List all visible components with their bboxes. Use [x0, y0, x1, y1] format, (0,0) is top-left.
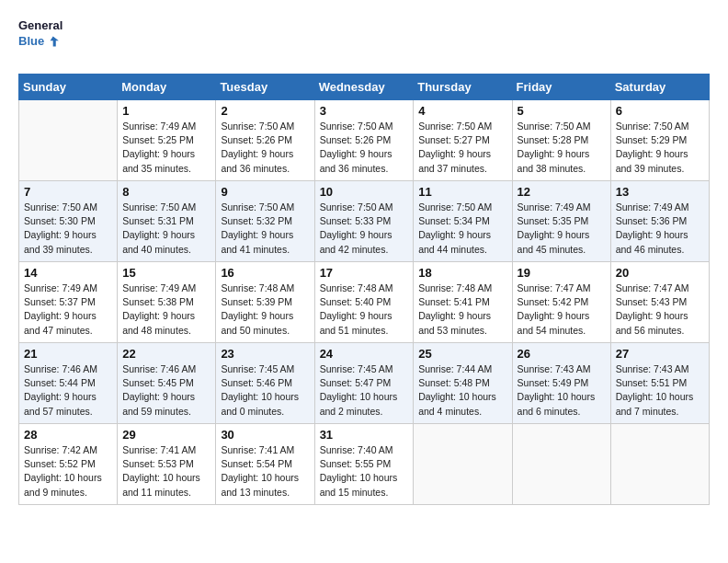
logo-text-blue: Blue — [18, 33, 59, 50]
day-info: Sunrise: 7:48 AM Sunset: 5:40 PM Dayligh… — [320, 282, 409, 338]
day-info: Sunrise: 7:43 AM Sunset: 5:49 PM Dayligh… — [518, 362, 606, 419]
calendar-cell — [414, 424, 512, 505]
calendar-cell: 29Sunrise: 7:41 AM Sunset: 5:53 PM Dayli… — [118, 424, 216, 505]
calendar-cell: 27Sunrise: 7:43 AM Sunset: 5:51 PM Dayli… — [610, 343, 709, 424]
calendar-cell: 31Sunrise: 7:40 AM Sunset: 5:55 PM Dayli… — [314, 424, 414, 505]
day-info: Sunrise: 7:44 AM Sunset: 5:48 PM Dayligh… — [418, 362, 506, 419]
week-row-2: 14Sunrise: 7:49 AM Sunset: 5:37 PM Dayli… — [19, 262, 710, 343]
day-info: Sunrise: 7:41 AM Sunset: 5:54 PM Dayligh… — [221, 443, 309, 500]
day-info: Sunrise: 7:43 AM Sunset: 5:51 PM Dayligh… — [616, 362, 704, 419]
day-info: Sunrise: 7:50 AM Sunset: 5:28 PM Dayligh… — [518, 120, 606, 176]
week-row-1: 7Sunrise: 7:50 AM Sunset: 5:30 PM Daylig… — [19, 181, 710, 262]
day-number: 26 — [518, 347, 606, 361]
day-info: Sunrise: 7:42 AM Sunset: 5:52 PM Dayligh… — [24, 443, 112, 500]
header-monday: Monday — [118, 75, 216, 100]
day-number: 22 — [122, 347, 210, 361]
logo-text-general: General — [18, 18, 59, 33]
calendar-cell: 3Sunrise: 7:50 AM Sunset: 5:26 PM Daylig… — [314, 100, 414, 181]
calendar-cell: 13Sunrise: 7:49 AM Sunset: 5:36 PM Dayli… — [610, 181, 709, 262]
day-info: Sunrise: 7:50 AM Sunset: 5:30 PM Dayligh… — [24, 201, 112, 257]
calendar-cell: 1Sunrise: 7:49 AM Sunset: 5:25 PM Daylig… — [118, 100, 216, 181]
calendar-cell — [19, 100, 118, 181]
calendar-cell: 10Sunrise: 7:50 AM Sunset: 5:33 PM Dayli… — [314, 181, 414, 262]
day-number: 24 — [320, 347, 409, 361]
calendar-table: SundayMondayTuesdayWednesdayThursdayFrid… — [18, 74, 710, 505]
day-number: 4 — [418, 104, 506, 118]
calendar-cell: 24Sunrise: 7:45 AM Sunset: 5:47 PM Dayli… — [314, 343, 414, 424]
day-info: Sunrise: 7:40 AM Sunset: 5:55 PM Dayligh… — [320, 443, 409, 500]
calendar-cell: 25Sunrise: 7:44 AM Sunset: 5:48 PM Dayli… — [414, 343, 512, 424]
day-number: 8 — [122, 185, 210, 199]
day-info: Sunrise: 7:45 AM Sunset: 5:46 PM Dayligh… — [221, 362, 309, 419]
calendar-cell: 7Sunrise: 7:50 AM Sunset: 5:30 PM Daylig… — [19, 181, 118, 262]
calendar-cell: 9Sunrise: 7:50 AM Sunset: 5:32 PM Daylig… — [216, 181, 314, 262]
header-sunday: Sunday — [19, 75, 118, 100]
calendar-cell: 20Sunrise: 7:47 AM Sunset: 5:43 PM Dayli… — [610, 262, 709, 343]
calendar-cell: 14Sunrise: 7:49 AM Sunset: 5:37 PM Dayli… — [19, 262, 118, 343]
day-number: 19 — [518, 266, 606, 280]
logo-bird-icon — [46, 33, 59, 50]
day-number: 20 — [616, 266, 704, 280]
day-number: 9 — [221, 185, 309, 199]
day-number: 29 — [122, 428, 210, 442]
week-row-0: 1Sunrise: 7:49 AM Sunset: 5:25 PM Daylig… — [19, 100, 710, 181]
calendar-cell: 8Sunrise: 7:50 AM Sunset: 5:31 PM Daylig… — [118, 181, 216, 262]
week-row-4: 28Sunrise: 7:42 AM Sunset: 5:52 PM Dayli… — [19, 424, 710, 505]
day-number: 27 — [616, 347, 704, 361]
day-number: 28 — [24, 428, 112, 442]
day-info: Sunrise: 7:49 AM Sunset: 5:36 PM Dayligh… — [616, 201, 704, 257]
logo: General Blue — [18, 18, 59, 59]
day-number: 30 — [221, 428, 309, 442]
header-friday: Friday — [512, 75, 610, 100]
svg-marker-0 — [51, 36, 59, 46]
calendar-cell: 21Sunrise: 7:46 AM Sunset: 5:44 PM Dayli… — [19, 343, 118, 424]
day-info: Sunrise: 7:50 AM Sunset: 5:26 PM Dayligh… — [320, 120, 409, 176]
day-info: Sunrise: 7:50 AM Sunset: 5:29 PM Dayligh… — [616, 120, 704, 176]
day-number: 14 — [24, 266, 112, 280]
calendar-cell: 2Sunrise: 7:50 AM Sunset: 5:26 PM Daylig… — [216, 100, 314, 181]
day-info: Sunrise: 7:50 AM Sunset: 5:32 PM Dayligh… — [221, 201, 309, 257]
day-info: Sunrise: 7:47 AM Sunset: 5:42 PM Dayligh… — [518, 282, 606, 338]
day-info: Sunrise: 7:50 AM Sunset: 5:27 PM Dayligh… — [418, 120, 506, 176]
day-info: Sunrise: 7:50 AM Sunset: 5:34 PM Dayligh… — [418, 201, 506, 257]
day-info: Sunrise: 7:49 AM Sunset: 5:37 PM Dayligh… — [24, 282, 112, 338]
day-number: 10 — [320, 185, 409, 199]
day-info: Sunrise: 7:46 AM Sunset: 5:45 PM Dayligh… — [122, 362, 210, 419]
header-thursday: Thursday — [414, 75, 512, 100]
calendar-cell: 4Sunrise: 7:50 AM Sunset: 5:27 PM Daylig… — [414, 100, 512, 181]
calendar-cell: 15Sunrise: 7:49 AM Sunset: 5:38 PM Dayli… — [118, 262, 216, 343]
day-info: Sunrise: 7:50 AM Sunset: 5:31 PM Dayligh… — [122, 201, 210, 257]
day-info: Sunrise: 7:47 AM Sunset: 5:43 PM Dayligh… — [616, 282, 704, 338]
calendar-cell: 23Sunrise: 7:45 AM Sunset: 5:46 PM Dayli… — [216, 343, 314, 424]
calendar-cell: 28Sunrise: 7:42 AM Sunset: 5:52 PM Dayli… — [19, 424, 118, 505]
day-info: Sunrise: 7:46 AM Sunset: 5:44 PM Dayligh… — [24, 362, 112, 419]
day-info: Sunrise: 7:50 AM Sunset: 5:33 PM Dayligh… — [320, 201, 409, 257]
logo-graphic: General Blue — [18, 18, 59, 59]
page-header: General Blue — [18, 18, 710, 59]
calendar-cell — [610, 424, 709, 505]
day-number: 25 — [418, 347, 506, 361]
calendar-cell: 12Sunrise: 7:49 AM Sunset: 5:35 PM Dayli… — [512, 181, 610, 262]
day-number: 7 — [24, 185, 112, 199]
day-info: Sunrise: 7:41 AM Sunset: 5:53 PM Dayligh… — [122, 443, 210, 500]
day-number: 2 — [221, 104, 309, 118]
day-number: 12 — [518, 185, 606, 199]
calendar-cell: 6Sunrise: 7:50 AM Sunset: 5:29 PM Daylig… — [610, 100, 709, 181]
day-info: Sunrise: 7:48 AM Sunset: 5:41 PM Dayligh… — [418, 282, 506, 338]
header-saturday: Saturday — [610, 75, 709, 100]
day-info: Sunrise: 7:45 AM Sunset: 5:47 PM Dayligh… — [320, 362, 409, 419]
logo: General Blue — [18, 18, 59, 59]
day-number: 3 — [320, 104, 409, 118]
header-row: SundayMondayTuesdayWednesdayThursdayFrid… — [19, 75, 710, 100]
day-number: 18 — [418, 266, 506, 280]
week-row-3: 21Sunrise: 7:46 AM Sunset: 5:44 PM Dayli… — [19, 343, 710, 424]
day-number: 11 — [418, 185, 506, 199]
day-number: 13 — [616, 185, 704, 199]
calendar-cell: 22Sunrise: 7:46 AM Sunset: 5:45 PM Dayli… — [118, 343, 216, 424]
calendar-cell: 19Sunrise: 7:47 AM Sunset: 5:42 PM Dayli… — [512, 262, 610, 343]
header-wednesday: Wednesday — [314, 75, 414, 100]
day-number: 17 — [320, 266, 409, 280]
day-number: 31 — [320, 428, 409, 442]
header-tuesday: Tuesday — [216, 75, 314, 100]
day-info: Sunrise: 7:48 AM Sunset: 5:39 PM Dayligh… — [221, 282, 309, 338]
